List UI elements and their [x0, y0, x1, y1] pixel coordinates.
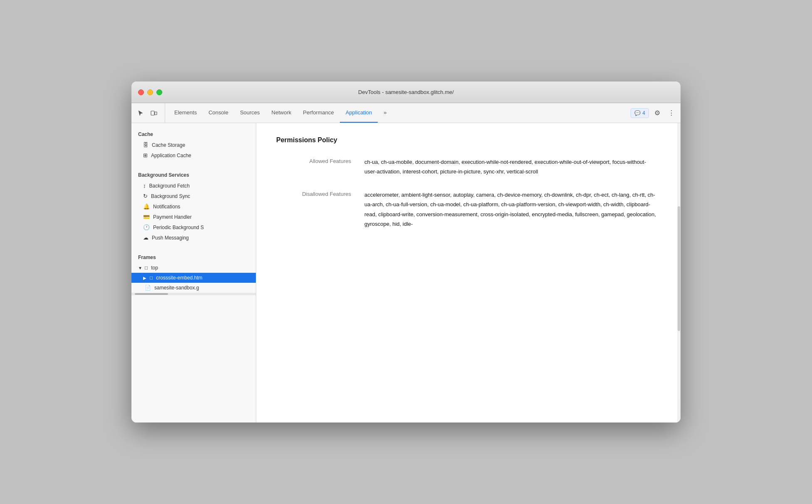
collapse-arrow: ▼ [138, 266, 143, 270]
sidebar-horizontal-scrollbar[interactable] [131, 293, 256, 295]
tab-network[interactable]: Network [266, 103, 297, 123]
sidebar-item-push-messaging[interactable]: ☁ Push Messaging [131, 232, 256, 243]
sidebar-item-background-sync[interactable]: ↻ Background Sync [131, 191, 256, 201]
bell-icon: 🔔 [143, 203, 150, 210]
sidebar-item-background-fetch[interactable]: ↕ Background Fetch [131, 180, 256, 191]
issues-badge[interactable]: 💬 4 [631, 108, 649, 118]
samesite-label: samesite-sandbox.g [154, 285, 199, 291]
cursor-icon[interactable] [135, 107, 146, 119]
tab-application[interactable]: Application [340, 103, 378, 123]
cloud-icon: ☁ [143, 235, 149, 241]
more-menu-button[interactable]: ⋮ [666, 107, 677, 119]
cache-section-header: Cache [131, 126, 256, 140]
sync-icon: ↻ [143, 193, 148, 199]
settings-button[interactable]: ⚙ [651, 107, 663, 119]
disallowed-features-value: accelerometer, ambient-light-sensor, aut… [364, 190, 657, 229]
svg-rect-0 [151, 111, 154, 115]
sidebar-item-cache-storage[interactable]: 🗄 Cache Storage [131, 140, 256, 150]
tab-console[interactable]: Console [203, 103, 234, 123]
policy-table: Allowed Features ch-ua, ch-ua-mobile, do… [276, 157, 657, 229]
vertical-scrollbar-thumb [678, 206, 680, 331]
close-button[interactable] [138, 89, 144, 95]
notifications-label: Notifications [153, 204, 180, 210]
scrollbar-thumb [135, 293, 168, 295]
traffic-lights [138, 89, 162, 95]
periodic-background-label: Periodic Background S [153, 225, 204, 230]
minimize-button[interactable] [147, 89, 153, 95]
background-sync-label: Background Sync [151, 193, 190, 199]
sidebar-item-periodic-background[interactable]: 🕐 Periodic Background S [131, 222, 256, 232]
sidebar-item-payment-handler[interactable]: 💳 Payment Handler [131, 212, 256, 222]
svg-rect-1 [155, 112, 157, 115]
cache-storage-label: Cache Storage [152, 142, 185, 148]
background-services-header: Background Services [131, 167, 256, 180]
content-area: Cache 🗄 Cache Storage ⊞ Application Cach… [131, 123, 681, 422]
frames-section-header: Frames [131, 250, 256, 263]
sidebar-item-application-cache[interactable]: ⊞ Application Cache [131, 150, 256, 161]
vertical-scrollbar[interactable] [677, 123, 681, 422]
application-cache-label: Application Cache [151, 153, 191, 158]
card-icon: 💳 [143, 214, 150, 220]
top-frame-label: top [151, 265, 158, 271]
tab-performance[interactable]: Performance [297, 103, 339, 123]
allowed-features-label: Allowed Features [276, 157, 351, 177]
toolbar-icon-group [135, 103, 165, 123]
disallowed-features-label: Disallowed Features [276, 190, 351, 229]
file-icon: 📄 [145, 285, 151, 291]
background-fetch-label: Background Fetch [149, 183, 190, 189]
device-toggle-icon[interactable] [148, 107, 160, 119]
allowed-features-row: Allowed Features ch-ua, ch-ua-mobile, do… [276, 157, 657, 177]
permissions-policy-title: Permissions Policy [276, 136, 657, 144]
sidebar-item-samesite[interactable]: 📄 samesite-sandbox.g [131, 283, 256, 293]
disallowed-features-row: Disallowed Features accelerometer, ambie… [276, 190, 657, 229]
title-bar: DevTools - samesite-sandbox.glitch.me/ [131, 82, 681, 103]
devtools-window: DevTools - samesite-sandbox.glitch.me/ E… [131, 82, 681, 422]
toolbar-right: 💬 4 ⚙ ⋮ [627, 103, 677, 123]
database-icon: 🗄 [143, 142, 149, 148]
sidebar: Cache 🗄 Cache Storage ⊞ Application Cach… [131, 123, 256, 422]
frame-icon: □ [145, 265, 148, 271]
content-with-scrollbar: Permissions Policy Allowed Features ch-u… [256, 123, 681, 422]
clock-icon: 🕐 [143, 224, 150, 230]
sidebar-item-notifications[interactable]: 🔔 Notifications [131, 201, 256, 212]
grid-icon: ⊞ [143, 152, 148, 158]
allowed-features-value: ch-ua, ch-ua-mobile, document-domain, ex… [364, 157, 657, 177]
tab-sources[interactable]: Sources [234, 103, 266, 123]
issues-icon: 💬 [634, 110, 641, 116]
payment-handler-label: Payment Handler [153, 214, 192, 220]
tab-elements[interactable]: Elements [168, 103, 203, 123]
tab-bar: Elements Console Sources Network Perform… [168, 103, 627, 123]
fetch-icon: ↕ [143, 183, 146, 189]
crosssite-label: crosssite-embed.htm [156, 275, 202, 281]
more-tabs-button[interactable]: » [378, 103, 392, 123]
issues-count: 4 [642, 110, 645, 116]
frame-icon-2: □ [150, 275, 153, 281]
toolbar: Elements Console Sources Network Perform… [131, 103, 681, 123]
sidebar-item-crosssite[interactable]: ▶ □ crosssite-embed.htm [131, 273, 256, 283]
expand-arrow: ▶ [143, 276, 148, 280]
window-title: DevTools - samesite-sandbox.glitch.me/ [358, 89, 454, 95]
sidebar-item-top-frame[interactable]: ▼ □ top [131, 263, 256, 273]
maximize-button[interactable] [156, 89, 162, 95]
main-panel: Permissions Policy Allowed Features ch-u… [256, 123, 677, 422]
push-messaging-label: Push Messaging [152, 235, 189, 241]
